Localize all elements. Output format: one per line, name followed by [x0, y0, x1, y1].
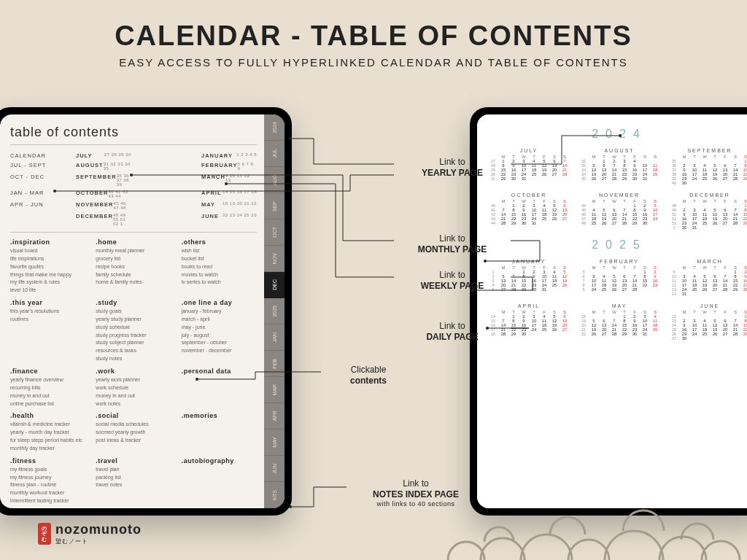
toc-item[interactable]: money in and out [96, 392, 171, 400]
day-cell[interactable] [550, 287, 559, 292]
toc-section-title[interactable]: .others [182, 238, 257, 246]
day-cell[interactable]: 31 [640, 332, 649, 336]
day-cell[interactable]: 29 [620, 332, 629, 336]
day-cell[interactable]: 27 [610, 221, 619, 225]
toc-section-title[interactable]: .fitness [10, 457, 85, 464]
day-cell[interactable]: 25 [589, 221, 598, 225]
day-cell[interactable]: 30 [680, 225, 689, 230]
toc-week-numbers[interactable]: 35 36 37 38 39 [117, 174, 131, 187]
day-cell[interactable] [550, 332, 559, 336]
day-cell[interactable]: 26 [589, 332, 598, 336]
toc-item[interactable]: may - june [182, 324, 257, 332]
day-cell[interactable] [700, 225, 709, 230]
week-number[interactable]: 22 [579, 332, 588, 336]
day-cell[interactable]: 25 [600, 287, 608, 292]
side-tab-jun[interactable]: JUN [264, 456, 285, 482]
toc-item[interactable]: travel plan [96, 466, 171, 474]
day-cell[interactable] [721, 225, 729, 230]
toc-section-title[interactable]: .health [10, 412, 85, 419]
day-cell[interactable] [700, 336, 709, 341]
toc-item[interactable]: level 10 life [10, 287, 85, 295]
toc-item[interactable]: study notes [96, 355, 171, 363]
day-cell[interactable] [711, 225, 719, 230]
month-june[interactable]: JUNEMTWTFSS22123234567824910111213141525… [670, 303, 747, 341]
day-cell[interactable] [530, 332, 538, 336]
month-march[interactable]: MARCHMTWTFSS9121034567891110111213141516… [670, 259, 747, 296]
toc-week-numbers[interactable]: 45 46 47 48 [113, 201, 131, 210]
toc-section-title[interactable]: .inspiration [10, 238, 85, 246]
toc-month-link[interactable]: APRIL [201, 190, 222, 198]
day-cell[interactable]: 31 [540, 287, 549, 292]
toc-section-title[interactable]: .this year [10, 299, 85, 306]
toc-section-title[interactable]: .home [96, 238, 171, 246]
toc-item[interactable]: favorite quotes [10, 263, 85, 271]
toc-section-title[interactable]: .finance [10, 368, 85, 375]
day-cell[interactable]: 28 [610, 176, 619, 181]
week-number[interactable]: 40 [670, 181, 678, 185]
day-cell[interactable]: 31 [530, 221, 538, 225]
toc-item[interactable]: family schedule [96, 271, 171, 279]
toc-item[interactable]: recipe books [96, 263, 171, 271]
toc-item[interactable]: september - october [182, 339, 257, 347]
toc-section-title[interactable]: .personal data [182, 368, 257, 375]
month-november[interactable]: NOVEMBERMTWTFSS4412345456789104611121314… [579, 192, 659, 230]
toc-item[interactable]: social media schedules [96, 421, 171, 429]
toc-item[interactable]: yearly study planner [96, 316, 171, 324]
day-cell[interactable]: 27 [600, 176, 608, 181]
toc-item[interactable]: study goals [96, 308, 171, 316]
toc-item[interactable]: this year's resolutions [10, 308, 85, 316]
toc-item[interactable]: study schedule [96, 324, 171, 332]
side-tab-dec[interactable]: DEC [264, 272, 285, 298]
year-label-2[interactable]: 2025 [489, 238, 747, 252]
day-cell[interactable]: 26 [600, 221, 608, 225]
day-cell[interactable]: 31 [680, 292, 689, 296]
toc-item[interactable]: work notes [96, 400, 171, 408]
day-cell[interactable] [530, 176, 538, 181]
toc-month-link[interactable]: NOVEMBER [76, 201, 113, 210]
day-cell[interactable] [651, 221, 659, 225]
toc-item[interactable]: intermittent fasting tracker [10, 497, 85, 505]
toc-item[interactable]: yearly - month day tracker [10, 429, 85, 437]
toc-week-numbers[interactable]: 14 15 16 17 18 [222, 190, 257, 198]
day-cell[interactable] [741, 336, 747, 341]
day-cell[interactable] [690, 336, 699, 341]
week-number[interactable]: 44 [489, 221, 498, 225]
toc-week-numbers[interactable]: 5 6 7 8 9 [237, 162, 257, 171]
day-cell[interactable] [651, 287, 659, 292]
toc-item[interactable]: home & family notes [96, 279, 171, 287]
toc-quicknav[interactable]: JUL - SEPT [10, 162, 69, 171]
toc-item[interactable]: fitness plan - routine [10, 481, 85, 489]
toc-item[interactable]: vitamin & medicine tracker [10, 421, 85, 429]
side-tab-feb[interactable]: FEB [264, 351, 285, 377]
toc-item[interactable]: monthly meal planner [96, 247, 171, 255]
toc-month-link[interactable]: SEPTEMBER [76, 174, 117, 187]
day-cell[interactable] [721, 336, 729, 341]
toc-item[interactable]: my fitness journey [10, 474, 85, 482]
toc-section-title[interactable]: .memories [182, 412, 257, 419]
month-december[interactable]: DECEMBERMTWTFSS4814923456785091011121314… [670, 192, 747, 230]
day-cell[interactable] [711, 292, 719, 296]
side-tab-nov[interactable]: NOV [264, 246, 285, 272]
day-cell[interactable] [700, 292, 709, 296]
day-cell[interactable]: 26 [589, 176, 598, 181]
day-cell[interactable]: 26 [610, 287, 619, 292]
toc-item[interactable]: travel notes [96, 481, 171, 489]
toc-item[interactable]: movies to watch [182, 271, 257, 279]
toc-quicknav[interactable]: CALENDAR [10, 152, 69, 159]
day-cell[interactable]: 28 [620, 221, 629, 225]
day-cell[interactable] [550, 176, 559, 181]
toc-month-link[interactable]: JULY [76, 152, 92, 159]
month-august[interactable]: AUGUSTMTWTFSS311234325678910113312131415… [579, 148, 659, 185]
toc-item[interactable]: yearly work planner [96, 376, 171, 384]
toc-month-link[interactable]: MARCH [201, 174, 225, 187]
year-label-1[interactable]: 2024 [489, 128, 747, 141]
day-cell[interactable]: 31 [519, 176, 528, 181]
toc-week-numbers[interactable]: 22 23 24 25 26 [222, 213, 257, 226]
toc-item[interactable]: routines [10, 316, 85, 324]
toc-month-link[interactable]: OCTOBER [76, 190, 108, 198]
day-cell[interactable] [540, 332, 549, 336]
day-cell[interactable]: 29 [519, 287, 528, 292]
toc-item[interactable]: my life system & rules [10, 279, 85, 287]
day-cell[interactable] [700, 181, 709, 185]
week-number[interactable]: 9 [579, 287, 588, 292]
